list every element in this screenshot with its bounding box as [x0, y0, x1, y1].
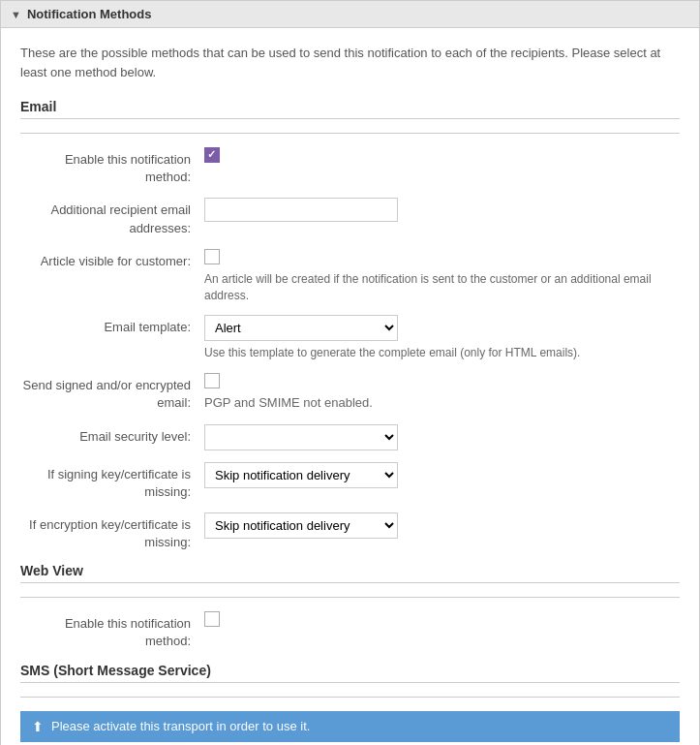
signing-missing-select[interactable]: Skip notification delivery	[204, 462, 398, 488]
send-signed-note: PGP and SMIME not enabled.	[204, 395, 680, 410]
article-visible-checkbox[interactable]	[204, 249, 220, 264]
security-level-control	[204, 424, 680, 450]
additional-recipients-row: Additional recipient email addresses:	[20, 198, 680, 236]
email-template-control: Alert Use this template to generate the …	[204, 315, 680, 361]
email-subsection-header: Email	[20, 99, 680, 119]
send-signed-label: Send signed and/or encrypted email:	[20, 373, 204, 412]
sms-divider	[20, 697, 680, 698]
email-enable-label: Enable this notification method:	[20, 147, 204, 186]
additional-recipients-input[interactable]	[204, 198, 398, 222]
article-visible-control: An article will be created if the notifi…	[204, 249, 680, 304]
signing-missing-row: If signing key/certificate is missing: S…	[20, 462, 680, 501]
security-level-select[interactable]	[204, 424, 398, 450]
sms-banner-text: Please activate this transport in order …	[51, 719, 310, 733]
webview-enable-control	[204, 611, 680, 630]
email-divider	[20, 133, 680, 134]
security-level-label: Email security level:	[20, 424, 204, 446]
encryption-missing-row: If encryption key/certificate is missing…	[20, 512, 680, 551]
collapse-arrow-icon: ▼	[11, 9, 21, 20]
sms-subsection-header: SMS (Short Message Service)	[20, 663, 680, 683]
send-signed-checkbox[interactable]	[204, 373, 220, 388]
webview-subsection-header: Web View	[20, 563, 680, 583]
webview-divider	[20, 597, 680, 598]
email-template-hint: Use this template to generate the comple…	[204, 345, 680, 361]
email-template-row: Email template: Alert Use this template …	[20, 315, 680, 361]
additional-recipients-control	[204, 198, 680, 222]
webview-section: Web View Enable this notification method…	[20, 563, 680, 650]
section-title: Notification Methods	[27, 7, 152, 21]
signing-missing-control: Skip notification delivery	[204, 462, 680, 488]
section-description: These are the possible methods that can …	[20, 44, 680, 81]
email-template-label: Email template:	[20, 315, 204, 336]
webview-enable-label: Enable this notification method:	[20, 611, 204, 650]
encryption-missing-label: If encryption key/certificate is missing…	[20, 512, 204, 551]
send-signed-control: PGP and SMIME not enabled.	[204, 373, 680, 410]
additional-recipients-label: Additional recipient email addresses:	[20, 198, 204, 236]
section-body: These are the possible methods that can …	[0, 28, 700, 745]
sms-banner-icon: ⬆	[32, 719, 44, 734]
article-visible-label: Article visible for customer:	[20, 249, 204, 270]
webview-enable-checkbox[interactable]	[204, 611, 220, 627]
encryption-missing-select[interactable]: Skip notification delivery	[204, 512, 398, 539]
email-enable-checkbox[interactable]	[204, 147, 220, 163]
sms-section: SMS (Short Message Service) ⬆ Please act…	[20, 663, 680, 742]
email-template-select[interactable]: Alert	[204, 315, 398, 341]
email-enable-row: Enable this notification method:	[20, 147, 680, 186]
webview-enable-row: Enable this notification method:	[20, 611, 680, 650]
send-signed-row: Send signed and/or encrypted email: PGP …	[20, 373, 680, 412]
article-visible-row: Article visible for customer: An article…	[20, 249, 680, 304]
security-level-row: Email security level:	[20, 424, 680, 450]
notification-methods-header[interactable]: ▼ Notification Methods	[0, 0, 700, 28]
encryption-missing-control: Skip notification delivery	[204, 512, 680, 539]
signing-missing-label: If signing key/certificate is missing:	[20, 462, 204, 501]
email-enable-control	[204, 147, 680, 166]
article-visible-hint: An article will be created if the notifi…	[204, 271, 680, 304]
sms-activation-banner[interactable]: ⬆ Please activate this transport in orde…	[20, 711, 680, 742]
